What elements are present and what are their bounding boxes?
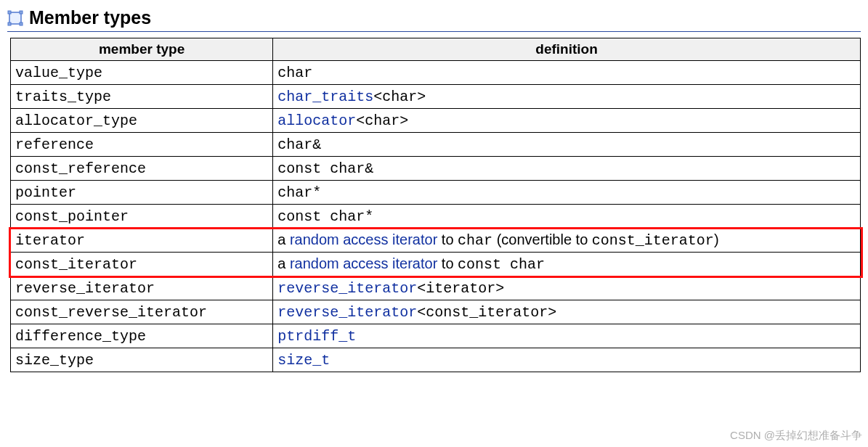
type-link[interactable]: char_traits: [277, 89, 373, 105]
cell-definition: char_traits<char>: [273, 85, 861, 109]
type-link[interactable]: reverse_iterator: [277, 304, 417, 321]
concept-link[interactable]: random access iterator: [290, 231, 437, 247]
svg-rect-2: [20, 11, 23, 14]
table-row: allocator_typeallocator<char>: [11, 109, 861, 133]
type-link[interactable]: ptrdiff_t: [277, 328, 356, 345]
table-row: traits_typechar_traits<char>: [11, 85, 861, 109]
cell-definition: allocator<char>: [273, 109, 861, 133]
cell-member-type: reference: [11, 133, 273, 157]
cell-definition: const char&: [273, 157, 861, 181]
type-link[interactable]: size_t: [277, 352, 330, 369]
table-row: const_reverse_iteratorreverse_iterator<c…: [11, 300, 861, 324]
svg-rect-1: [8, 11, 11, 14]
cell-definition: size_t: [273, 348, 861, 372]
cell-definition: ptrdiff_t: [273, 324, 861, 348]
svg-rect-4: [20, 22, 23, 25]
header-member-type: member type: [11, 38, 273, 61]
cell-member-type: const_pointer: [11, 205, 273, 229]
cell-member-type: const_reverse_iterator: [11, 300, 273, 324]
table-row: value_typechar: [11, 61, 861, 85]
table-row: difference_typeptrdiff_t: [11, 324, 861, 348]
cell-member-type: reverse_iterator: [11, 276, 273, 300]
table-row: const_pointerconst char*: [11, 205, 861, 229]
cell-definition: a random access iterator to const char: [273, 253, 861, 276]
svg-rect-3: [8, 22, 11, 25]
cell-member-type: const_reference: [11, 157, 273, 181]
cell-definition: a random access iterator to char (conver…: [273, 229, 861, 253]
table-row: const_iteratora random access iterator t…: [11, 253, 861, 276]
type-link[interactable]: reverse_iterator: [277, 280, 417, 297]
cell-member-type: iterator: [11, 229, 273, 253]
table-row: size_typesize_t: [11, 348, 861, 372]
cell-member-type: allocator_type: [11, 109, 273, 133]
cell-definition: const char*: [273, 205, 861, 229]
cell-member-type: pointer: [11, 181, 273, 205]
section-title: Member types: [7, 7, 861, 32]
table-row: referencechar&: [11, 133, 861, 157]
table-row: const_referenceconst char&: [11, 157, 861, 181]
cell-member-type: size_type: [11, 348, 273, 372]
box-icon: [7, 10, 23, 26]
table-row: pointerchar*: [11, 181, 861, 205]
header-definition: definition: [273, 38, 861, 61]
cell-definition: char: [273, 61, 861, 85]
table-row: reverse_iteratorreverse_iterator<iterato…: [11, 276, 861, 300]
cell-member-type: traits_type: [11, 85, 273, 109]
cell-member-type: difference_type: [11, 324, 273, 348]
member-types-table: member type definition value_typechartra…: [10, 38, 861, 372]
type-link[interactable]: allocator: [277, 112, 356, 129]
table-wrap: member type definition value_typechartra…: [10, 38, 861, 372]
cell-definition: char&: [273, 133, 861, 157]
table-header-row: member type definition: [11, 38, 861, 61]
cell-member-type: value_type: [11, 61, 273, 85]
cell-definition: reverse_iterator<const_iterator>: [273, 300, 861, 324]
cell-definition: char*: [273, 181, 861, 205]
cell-definition: reverse_iterator<iterator>: [273, 276, 861, 300]
concept-link[interactable]: random access iterator: [290, 255, 437, 271]
cell-member-type: const_iterator: [11, 253, 273, 276]
section-title-text: Member types: [29, 7, 151, 28]
table-row: iteratora random access iterator to char…: [11, 229, 861, 253]
